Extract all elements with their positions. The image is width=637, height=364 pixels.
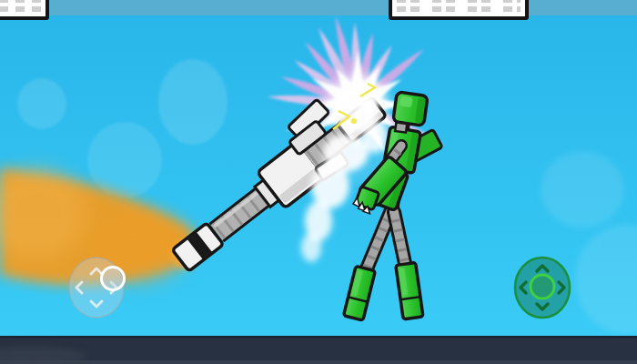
smoke-puff [301,233,321,262]
right-joystick-knob[interactable] [531,275,554,298]
head-highlight [399,96,412,107]
yellow-spark-dot [351,118,357,124]
item-placeholder-row [0,6,41,12]
left-joystick[interactable] [69,258,125,318]
item-placeholder-row [0,0,41,3]
bokeh-blob [158,59,228,145]
ground [0,336,637,364]
item-placeholder-row [397,0,521,3]
ground-top-edge [0,336,637,339]
explosion-core-blob [352,82,381,111]
top-right-item-panel[interactable] [389,0,529,20]
game-scene [0,0,637,364]
ground-strip [0,336,637,364]
top-left-item-panel[interactable] [0,0,49,20]
left-joystick-knob[interactable] [102,268,125,290]
ground-bottom-edge [0,360,637,364]
head [393,92,428,126]
bokeh-blob [87,122,162,198]
game-viewport [0,0,637,364]
bokeh-blob [541,151,624,228]
bokeh-blob [17,78,66,129]
item-placeholder-row [397,6,521,12]
right-joystick[interactable] [515,258,570,318]
sky-top-band [0,0,637,15]
